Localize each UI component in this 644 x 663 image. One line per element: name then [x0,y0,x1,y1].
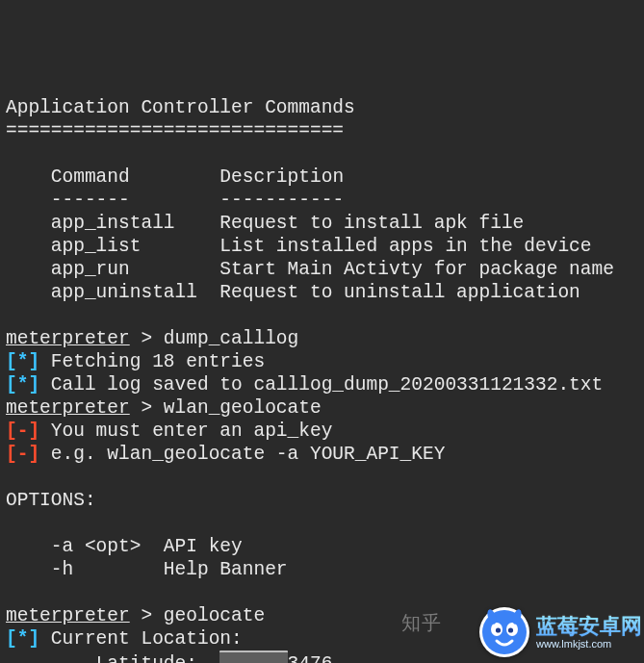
error-tag: [-] [6,421,39,442]
typed-command: dump_calllog [164,328,298,349]
cmd-name: app_run [51,259,130,280]
info-msg: Fetching 18 entries [39,351,265,372]
cmd-name: app_uninstall [51,282,197,303]
meterpreter-prompt[interactable]: meterpreter [6,328,130,349]
col-rule-command: ------- [51,190,130,211]
prompt-sep: > [130,397,164,419]
meterpreter-prompt[interactable]: meterpreter [6,605,130,626]
info-tag: [*] [6,374,39,395]
cmd-desc: Start Main Activty for package name [219,259,614,280]
latitude-label: Latitude: [6,653,219,663]
col-header-description: Description [219,166,344,188]
typed-command: geolocate [164,605,265,626]
error-msg: e.g. wlan_geolocate -a YOUR_API_KEY [39,444,445,465]
cmd-name: app_install [51,213,175,234]
option-a: -a <opt> API key [6,536,243,557]
error-msg: You must enter an api_key [39,421,332,442]
cmd-desc: Request to install apk file [219,213,524,234]
prompt-sep: > [130,605,164,626]
options-header: OPTIONS: [6,490,96,511]
terminal-output: Application Controller Commands ========… [6,96,638,663]
col-rule-description: ----------- [219,190,344,211]
error-tag: [-] [6,444,39,465]
redacted-block: xxxxxx [219,650,287,663]
info-msg: Current Location: [39,628,243,650]
section-title: Application Controller Commands [6,97,355,118]
latitude-tail: 3476 [288,653,333,663]
option-h: -h Help Banner [6,559,288,580]
col-header-command: Command [51,166,130,188]
info-tag: [*] [6,351,39,372]
section-rule: ============================== [6,120,344,141]
typed-command: wlan_geolocate [164,397,322,419]
meterpreter-prompt[interactable]: meterpreter [6,397,130,419]
cmd-name: app_list [51,236,142,257]
cmd-desc: Request to uninstall application [219,282,580,303]
info-tag: [*] [6,628,39,650]
prompt-sep: > [130,328,164,349]
cmd-desc: List installed apps in the device [219,236,591,257]
info-msg: Call log saved to calllog_dump_202003311… [39,374,603,395]
